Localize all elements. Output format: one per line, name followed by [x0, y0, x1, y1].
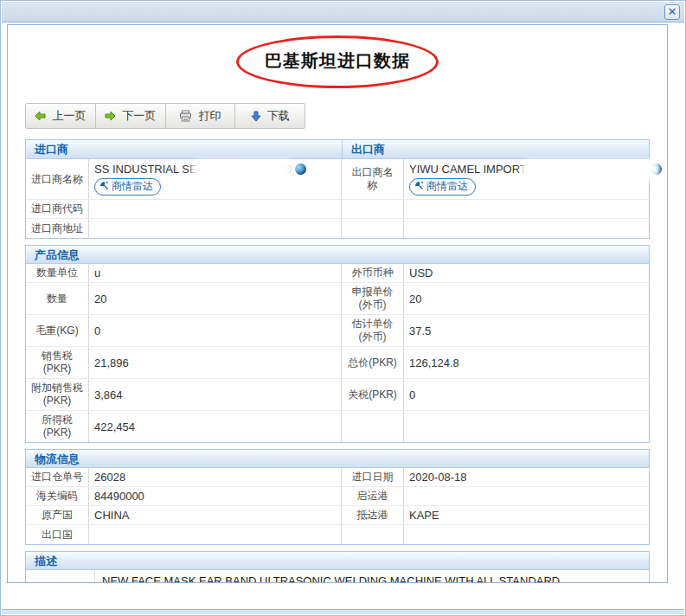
arrow-right-icon	[105, 111, 116, 121]
business-radar-link[interactable]: 商情雷达	[409, 178, 476, 196]
field-label: 估计单价(外币)	[342, 315, 404, 346]
field-value	[404, 525, 649, 544]
field-value: 3,864	[89, 379, 342, 410]
importer-code-row: 进口商代码	[26, 200, 649, 219]
field-value: KAPE	[404, 506, 649, 524]
description-label: 产品描述	[26, 570, 95, 583]
field-label: 启运港	[342, 487, 404, 505]
field-label: 海关编码	[26, 487, 89, 505]
field-label: 出口国	[26, 525, 89, 544]
field-value	[404, 411, 649, 442]
prev-page-button[interactable]: 上一页	[26, 104, 96, 128]
importer-name-value: SS INDUSTRIAL SEO 商情雷达	[89, 159, 342, 199]
table-row: 毛重(KG)0估计单价(外币)37.5	[26, 315, 649, 347]
close-icon[interactable]: ✕	[664, 4, 680, 20]
field-label	[342, 525, 404, 544]
field-value: 20	[89, 283, 342, 314]
logistics-section: 物流信息 进口仓单号26028进口日期2020-08-18海关编码8449000…	[25, 449, 650, 545]
parties-section: 进口商 出口商 进口商名称 SS INDUSTRIAL SEO	[25, 139, 650, 239]
download-button[interactable]: 下载	[235, 104, 305, 128]
table-row: 附加销售税 (PKR)3,864关税(PKR)0	[26, 379, 649, 411]
logistics-section-header: 物流信息	[26, 450, 649, 468]
importer-address-row: 进口商地址	[26, 219, 649, 238]
field-value: 37.5	[404, 315, 649, 346]
field-label: 毛重(KG)	[26, 315, 89, 346]
parties-headers: 进口商 出口商	[26, 140, 649, 159]
field-value: 0	[89, 315, 342, 346]
field-label: 附加销售税 (PKR)	[26, 379, 89, 410]
dialog-titlebar: ✕	[2, 2, 684, 22]
logistics-table: 进口仓单号26028进口日期2020-08-18海关编码84490000启运港原…	[26, 468, 649, 544]
field-value: 20	[404, 283, 649, 314]
field-label: 总价(PKR)	[342, 347, 404, 378]
description-section: 描述 产品描述 NEW FACE MASK EAR BAND ULTRASONI…	[25, 551, 650, 583]
table-row: 数量20申报单价(外币)20	[26, 283, 649, 315]
next-page-button[interactable]: 下一页	[96, 104, 166, 128]
description-value: NEW FACE MASK EAR BAND ULTRASONIC WELDIN…	[95, 570, 649, 583]
field-label: 销售税 (PKR)	[26, 347, 89, 378]
field-value: 21,896	[89, 347, 342, 378]
party-name-row: 进口商名称 SS INDUSTRIAL SEO 商情雷达	[26, 159, 649, 200]
business-radar-link[interactable]: 商情雷达	[94, 178, 161, 196]
table-row: 销售税 (PKR)21,896总价(PKR)126,124.8	[26, 347, 649, 379]
table-row: 数量单位u外币币种USD	[26, 264, 649, 283]
field-value: CHINA	[89, 506, 342, 524]
field-value: 422,454	[89, 411, 342, 442]
privacy-blur	[196, 164, 291, 176]
page-title: 巴基斯坦进口数据	[265, 51, 410, 70]
importer-name-label: 进口商名称	[26, 159, 89, 199]
exporter-name-label: 出口商名称	[342, 159, 404, 199]
table-row: 所得税 (PKR)422,454	[26, 411, 649, 442]
table-row: 原产国CHINA抵达港KAPE	[26, 506, 649, 525]
dialog-content-panel: 巴基斯坦进口数据 上一页 下一页	[7, 24, 668, 583]
title-area: 巴基斯坦进口数据	[8, 35, 667, 91]
importer-address-value	[89, 219, 342, 238]
field-label: 抵达港	[342, 506, 404, 524]
printer-icon	[179, 110, 192, 122]
globe-icon[interactable]	[295, 164, 306, 175]
importer-code-label: 进口商代码	[26, 200, 89, 218]
field-label: 数量单位	[26, 264, 89, 282]
product-section-header: 产品信息	[26, 246, 649, 264]
importer-header: 进口商	[26, 140, 343, 158]
table-row: 海关编码84490000启运港	[26, 487, 649, 506]
field-value: u	[89, 264, 342, 282]
table-row: 出口国	[26, 525, 649, 544]
privacy-blur	[525, 164, 655, 176]
product-table: 数量单位u外币币种USD数量20申报单价(外币)20毛重(KG)0估计单价(外币…	[26, 264, 649, 442]
field-value: USD	[404, 264, 649, 282]
field-value	[89, 525, 342, 544]
field-value: 2020-08-18	[404, 468, 649, 486]
field-label: 所得税 (PKR)	[26, 411, 89, 442]
importer-code-value	[89, 200, 342, 218]
field-label: 进口日期	[342, 468, 404, 486]
window-bottom-frame	[2, 609, 684, 614]
exporter-name-value: YIWU CAMEL IMPORT 商情雷达	[404, 159, 667, 199]
field-label: 外币币种	[342, 264, 404, 282]
field-label	[342, 411, 404, 442]
importer-address-label: 进口商地址	[26, 219, 89, 238]
arrow-down-icon	[251, 111, 261, 122]
description-row: 产品描述 NEW FACE MASK EAR BAND ULTRASONIC W…	[26, 570, 649, 583]
radar-dish-icon	[414, 181, 424, 193]
field-value: 0	[404, 379, 649, 410]
field-value: 26028	[89, 468, 342, 486]
field-value	[404, 487, 649, 505]
radar-dish-icon	[99, 181, 109, 193]
table-row: 进口仓单号26028进口日期2020-08-18	[26, 468, 649, 487]
dialog-window: ✕ 巴基斯坦进口数据 上一页 下一页	[0, 0, 686, 616]
arrow-left-icon	[35, 111, 46, 121]
field-label: 申报单价(外币)	[342, 283, 404, 314]
field-label: 数量	[26, 283, 89, 314]
description-section-header: 描述	[26, 552, 649, 570]
exporter-header: 出口商	[343, 140, 649, 158]
field-label: 进口仓单号	[26, 468, 89, 486]
field-value: 126,124.8	[404, 347, 649, 378]
field-label: 关税(PKR)	[342, 379, 404, 410]
field-value: 84490000	[89, 487, 342, 505]
toolbar: 上一页 下一页 打印	[25, 103, 305, 129]
print-button[interactable]: 打印	[166, 104, 236, 128]
product-section: 产品信息 数量单位u外币币种USD数量20申报单价(外币)20毛重(KG)0估计…	[25, 245, 650, 443]
field-label: 原产国	[26, 506, 89, 524]
title-highlight-ellipse: 巴基斯坦进口数据	[236, 35, 439, 88]
